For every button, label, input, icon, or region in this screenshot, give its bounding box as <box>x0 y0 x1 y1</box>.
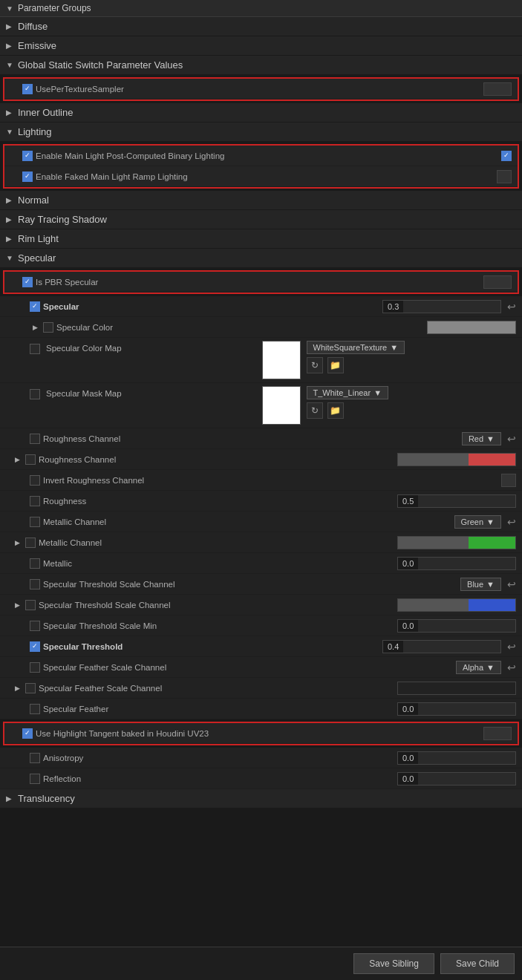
specular-threshold-label: Specular Threshold <box>43 642 379 651</box>
specular-mask-map-dropdown-icon: ▼ <box>373 388 382 397</box>
metallic-slider[interactable]: 0.0 <box>397 557 516 570</box>
use-highlight-tangent-checkbox[interactable] <box>22 728 33 739</box>
group-rim-light[interactable]: ▶ Rim Light <box>0 229 522 249</box>
specular-feather-scale-channel-reset-icon[interactable]: ↩ <box>507 662 516 673</box>
specular-color-swatch[interactable] <box>427 321 516 334</box>
specular-mask-map-checkbox[interactable] <box>30 389 40 399</box>
specular-threshold-scale-min-slider[interactable]: 0.0 <box>397 619 516 633</box>
roughness-channel-dropdown[interactable]: Red ▼ <box>462 432 501 445</box>
roughness-channel-dropdown-label: Red <box>469 434 483 443</box>
specular-threshold-reset-icon[interactable]: ↩ <box>507 641 516 653</box>
metallic-channel-bar-checkbox[interactable] <box>25 538 36 548</box>
specular-slider[interactable]: 0.3 <box>382 300 501 313</box>
specular-color-map-refresh-icon[interactable]: ↻ <box>307 357 323 373</box>
use-per-texture-sampler-highlight: UsePerTextureSampler <box>3 77 519 101</box>
specular-mask-map-folder-icon[interactable]: 📁 <box>327 402 344 419</box>
specular-color-map-dropdown[interactable]: WhiteSquareTexture ▼ <box>307 341 405 354</box>
metallic-param-row: Metallic 0.0 <box>0 553 522 574</box>
specular-threshold-scale-min-checkbox[interactable] <box>30 621 40 631</box>
specular-color-map-checkbox[interactable] <box>30 344 40 354</box>
specular-color-map-folder-icon[interactable]: 📁 <box>327 357 344 373</box>
ray-tracing-expand-icon: ▶ <box>6 215 13 223</box>
specular-color-label: Specular Color <box>56 323 424 332</box>
metallic-channel-checkbox[interactable] <box>30 517 40 527</box>
group-lighting[interactable]: ▼ Lighting <box>0 122 522 142</box>
metallic-channel-reset-icon[interactable]: ↩ <box>507 516 516 528</box>
specular-threshold-slider[interactable]: 0.4 <box>382 640 501 653</box>
specular-threshold-scale-channel-checkbox[interactable] <box>30 579 40 589</box>
specular-feather-scale-channel-dropdown-label: Alpha <box>463 663 483 672</box>
specular-threshold-scale-blue-segment <box>469 599 515 611</box>
roughness-channel-checkbox[interactable] <box>30 434 40 444</box>
anisotropy-slider[interactable]: 0.0 <box>397 751 516 765</box>
enable-faked-main-light-checkbox[interactable] <box>22 172 33 182</box>
is-pbr-specular-highlight: Is PBR Specular <box>3 270 519 294</box>
metallic-channel-bar-expand-icon[interactable]: ▶ <box>12 538 22 548</box>
specular-threshold-scale-min-row: Specular Threshold Scale Min 0.0 <box>0 615 522 636</box>
specular-feather-scale-channel-checkbox[interactable] <box>30 662 40 673</box>
save-child-button[interactable]: Save Child <box>440 953 515 974</box>
group-global-static[interactable]: ▼ Global Static Switch Parameter Values <box>0 56 522 75</box>
specular-expand-icon: ▼ <box>6 254 13 262</box>
roughness-channel-bar <box>397 453 516 466</box>
group-inner-outline[interactable]: ▶ Inner Outline <box>0 103 522 122</box>
specular-threshold-scale-channel-bar <box>397 598 516 612</box>
specular-feather-scale-channel-dropdown[interactable]: Alpha ▼ <box>456 661 501 674</box>
bottom-action-bar: Save Sibling Save Child <box>0 947 522 980</box>
specular-group-label: Specular <box>18 252 56 264</box>
group-ray-tracing[interactable]: ▶ Ray Tracing Shadow <box>0 210 522 229</box>
specular-mask-map-dropdown[interactable]: T_White_Linear ▼ <box>307 386 389 399</box>
rim-light-expand-icon: ▶ <box>6 235 13 243</box>
specular-threshold-scale-channel-dropdown[interactable]: Blue ▼ <box>460 578 501 591</box>
use-per-texture-sampler-checkbox[interactable] <box>22 84 33 94</box>
group-normal[interactable]: ▶ Normal <box>0 191 522 210</box>
metallic-checkbox[interactable] <box>30 558 40 569</box>
reflection-slider[interactable]: 0.0 <box>397 772 516 785</box>
specular-feather-checkbox[interactable] <box>30 704 40 714</box>
is-pbr-specular-checkbox[interactable] <box>22 277 33 287</box>
specular-reset-icon[interactable]: ↩ <box>507 301 516 313</box>
specular-enabled-checkbox[interactable] <box>30 301 40 312</box>
group-diffuse[interactable]: ▶ Diffuse <box>0 17 522 36</box>
invert-roughness-value <box>501 474 516 487</box>
specular-mask-map-thumb <box>262 386 301 425</box>
specular-color-checkbox[interactable] <box>43 322 53 333</box>
lighting-expand-icon: ▼ <box>6 128 13 136</box>
ray-tracing-label: Ray Tracing Shadow <box>18 214 107 225</box>
metallic-channel-dropdown[interactable]: Green ▼ <box>454 515 501 529</box>
specular-color-expand-icon[interactable]: ▶ <box>30 322 40 333</box>
specular-feather-scale-channel-bar <box>397 682 516 695</box>
specular-threshold-scale-bar-checkbox[interactable] <box>25 600 36 610</box>
enable-main-light-checkbox[interactable] <box>22 151 33 161</box>
specular-feather-scale-bar-checkbox[interactable] <box>25 683 36 693</box>
roughness-slider[interactable]: 0.5 <box>397 494 516 508</box>
anisotropy-value: 0.0 <box>398 754 418 762</box>
reflection-label: Reflection <box>43 774 394 783</box>
lighting-params-highlight: Enable Main Light Post-Computed Binary L… <box>3 144 519 189</box>
specular-feather-scale-bar-expand-icon[interactable]: ▶ <box>12 683 22 693</box>
roughness-channel-bar-label: Roughness Channel <box>39 455 394 464</box>
enable-main-light-value-checkbox[interactable] <box>501 151 512 161</box>
specular-threshold-scale-grey-segment <box>398 599 469 611</box>
specular-mask-map-refresh-icon[interactable]: ↻ <box>307 402 323 419</box>
roughness-value: 0.5 <box>398 497 418 506</box>
specular-threshold-scale-bar-expand-icon[interactable]: ▶ <box>12 600 22 610</box>
save-sibling-button[interactable]: Save Sibling <box>353 953 434 974</box>
roughness-channel-bar-checkbox[interactable] <box>25 454 36 465</box>
roughness-channel-bar-expand-icon[interactable]: ▶ <box>12 454 22 465</box>
group-specular[interactable]: ▼ Specular <box>0 249 522 268</box>
roughness-checkbox[interactable] <box>30 496 40 506</box>
reflection-checkbox[interactable] <box>30 774 40 784</box>
anisotropy-checkbox[interactable] <box>30 753 40 763</box>
roughness-channel-reset-icon[interactable]: ↩ <box>507 433 516 445</box>
group-translucency[interactable]: ▶ Translucency <box>0 789 522 808</box>
roughness-grey-segment <box>398 454 469 466</box>
group-emissive[interactable]: ▶ Emissive <box>0 36 522 56</box>
specular-mask-map-row: Specular Mask Map T_White_Linear ▼ ↻ 📁 <box>0 383 522 428</box>
specular-threshold-scale-channel-reset-icon[interactable]: ↩ <box>507 578 516 590</box>
is-pbr-specular-label: Is PBR Specular <box>36 278 480 287</box>
use-per-texture-sampler-row: UsePerTextureSampler <box>4 79 518 99</box>
specular-feather-slider[interactable]: 0.0 <box>397 702 516 716</box>
invert-roughness-checkbox[interactable] <box>30 475 40 486</box>
specular-threshold-checkbox[interactable] <box>30 641 40 652</box>
